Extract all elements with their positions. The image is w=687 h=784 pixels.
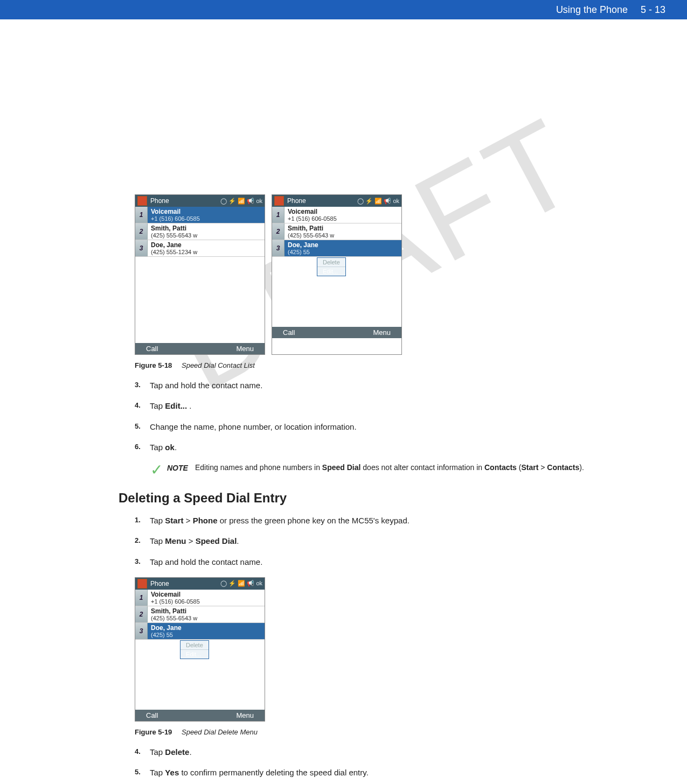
steps-delete-post: 4.Tap Delete.5.Tap Yes to confirm perman… bbox=[135, 747, 622, 779]
speed-dial-row[interactable]: 2Smith, Patti(425) 555-6543 w bbox=[135, 223, 265, 240]
step-item: 6.Tap ok. bbox=[135, 442, 622, 453]
contact-name: Doe, Jane bbox=[151, 624, 261, 632]
app-title: Phone bbox=[150, 197, 169, 205]
speed-dial-row[interactable]: 1Voicemail+1 (516) 606-0585 bbox=[135, 590, 265, 606]
phone-softkeys: Call Menu bbox=[135, 710, 265, 721]
contact-number: (425) 55 bbox=[288, 249, 398, 255]
note-text: Editing names and phone numbers in Speed… bbox=[195, 463, 584, 473]
step-number: 4. bbox=[135, 401, 150, 411]
contact-number: (425) 55 bbox=[151, 632, 261, 638]
page-number: 5 - 13 bbox=[641, 4, 665, 16]
speed-dial-body: Doe, Jane(425) 55 bbox=[148, 623, 265, 639]
phone-titlebar: Phone ◯ ⚡ 📶 📢 ok bbox=[135, 578, 265, 590]
step-item: 2.Tap Menu > Speed Dial. bbox=[135, 536, 622, 547]
speed-dial-row[interactable]: 3Doe, Jane(425) 55DeleteEdit... bbox=[135, 623, 265, 640]
speed-dial-body: Smith, Patti(425) 555-6543 w bbox=[148, 223, 265, 240]
step-item: 3.Tap and hold the contact name. bbox=[135, 557, 622, 568]
speed-dial-row[interactable]: 3Doe, Jane(425) 555-1234 w bbox=[135, 240, 265, 257]
chapter-title: Using the Phone bbox=[556, 4, 628, 16]
step-text: Tap ok. bbox=[150, 442, 622, 453]
contact-name: Doe, Jane bbox=[151, 241, 261, 249]
phone-titlebar: Phone ◯ ⚡ 📶 📢 ok bbox=[272, 195, 401, 207]
speed-dial-row[interactable]: 3Doe, Jane(425) 55DeleteEdit... bbox=[272, 240, 401, 257]
contact-number: +1 (516) 606-0585 bbox=[151, 598, 261, 605]
figure-desc: Speed Dial Delete Menu bbox=[182, 728, 258, 736]
step-item: 5.Change the name, phone number, or loca… bbox=[135, 422, 622, 432]
speed-dial-body: Voicemail+1 (516) 606-0585 bbox=[284, 207, 401, 223]
phone-softkeys: Call Menu bbox=[135, 343, 265, 354]
check-icon: ✓ bbox=[145, 463, 167, 478]
context-delete[interactable]: Delete bbox=[317, 258, 345, 267]
speed-dial-index: 2 bbox=[272, 223, 284, 240]
phone-screenshot-delete: Phone ◯ ⚡ 📶 📢 ok 1Voicemail+1 (516) 606-… bbox=[135, 577, 265, 722]
contact-number: (425) 555-6543 w bbox=[151, 615, 261, 621]
context-menu[interactable]: DeleteEdit... bbox=[317, 257, 346, 276]
contact-number: (425) 555-6543 w bbox=[288, 232, 398, 239]
speed-dial-index: 3 bbox=[135, 623, 148, 639]
start-flag-icon bbox=[274, 196, 284, 206]
softkey-call[interactable]: Call bbox=[146, 711, 158, 719]
step-number: 3. bbox=[135, 380, 150, 391]
softkey-menu[interactable]: Menu bbox=[373, 328, 391, 337]
figure-label: Figure 5-18 bbox=[135, 361, 172, 369]
phone-screenshot-left: Phone ◯ ⚡ 📶 📢 ok 1Voicemail+1 (516) 606-… bbox=[135, 194, 265, 355]
step-number: 3. bbox=[135, 557, 150, 568]
page-header: Using the Phone 5 - 13 bbox=[0, 0, 687, 19]
context-edit[interactable]: Edit... bbox=[181, 650, 209, 659]
step-text: Tap Edit... . bbox=[150, 401, 622, 411]
figure-5-19-caption: Figure 5-19 Speed Dial Delete Menu bbox=[135, 728, 622, 736]
step-text: Tap Delete. bbox=[150, 747, 622, 758]
speed-dial-body: Voicemail+1 (516) 606-0585 bbox=[148, 207, 265, 223]
status-icons: ◯ ⚡ 📶 📢 ok bbox=[220, 580, 262, 587]
speed-dial-body: Doe, Jane(425) 55 bbox=[284, 240, 401, 256]
softkey-menu[interactable]: Menu bbox=[236, 345, 254, 353]
phone-softkeys: Call Menu bbox=[272, 327, 401, 338]
contact-name: Voicemail bbox=[288, 208, 398, 215]
speed-dial-body: Smith, Patti(425) 555-6543 w bbox=[148, 606, 265, 622]
step-item: 1.Tap Start > Phone or press the green p… bbox=[135, 515, 622, 526]
contact-name: Voicemail bbox=[151, 591, 261, 598]
figure-desc: Speed Dial Contact List bbox=[182, 361, 255, 369]
speed-dial-row[interactable]: 1Voicemail+1 (516) 606-0585 bbox=[135, 207, 265, 223]
step-item: 5.Tap Yes to confirm permanently deletin… bbox=[135, 767, 622, 778]
figure-label: Figure 5-19 bbox=[135, 728, 172, 736]
phone-titlebar: Phone ◯ ⚡ 📶 📢 ok bbox=[135, 195, 265, 207]
softkey-menu[interactable]: Menu bbox=[236, 711, 254, 719]
context-delete[interactable]: Delete bbox=[181, 641, 209, 650]
speed-dial-body: Smith, Patti(425) 555-6543 w bbox=[284, 223, 401, 240]
phone-screenshot-right: Phone ◯ ⚡ 📶 📢 ok 1Voicemail+1 (516) 606-… bbox=[272, 194, 402, 355]
speed-dial-index: 1 bbox=[135, 590, 148, 606]
subsection-heading: Deleting a Speed Dial Entry bbox=[119, 491, 622, 506]
contact-name: Smith, Patti bbox=[288, 225, 398, 232]
speed-dial-body: Doe, Jane(425) 555-1234 w bbox=[148, 240, 265, 256]
step-item: 4.Tap Edit... . bbox=[135, 401, 622, 411]
softkey-call[interactable]: Call bbox=[283, 328, 295, 337]
speed-dial-body: Voicemail+1 (516) 606-0585 bbox=[148, 590, 265, 606]
speed-dial-row[interactable]: 1Voicemail+1 (516) 606-0585 bbox=[272, 207, 401, 223]
steps-delete-pre: 1.Tap Start > Phone or press the green p… bbox=[135, 515, 622, 568]
speed-dial-index: 3 bbox=[272, 240, 284, 256]
figure-5-19-image: Phone ◯ ⚡ 📶 📢 ok 1Voicemail+1 (516) 606-… bbox=[135, 577, 622, 722]
figure-5-18-caption: Figure 5-18 Speed Dial Contact List bbox=[135, 361, 622, 369]
app-title: Phone bbox=[287, 197, 306, 205]
contact-number: (425) 555-6543 w bbox=[151, 232, 261, 239]
context-menu[interactable]: DeleteEdit... bbox=[180, 640, 209, 659]
step-number: 5. bbox=[135, 422, 150, 432]
step-text: Tap Yes to confirm permanently deleting … bbox=[150, 767, 622, 778]
contact-number: (425) 555-1234 w bbox=[151, 249, 261, 255]
contact-number: +1 (516) 606-0585 bbox=[151, 215, 261, 222]
contact-name: Smith, Patti bbox=[151, 607, 261, 615]
contact-name: Smith, Patti bbox=[151, 225, 261, 232]
speed-dial-index: 1 bbox=[135, 207, 148, 223]
speed-dial-row[interactable]: 2Smith, Patti(425) 555-6543 w bbox=[135, 606, 265, 623]
context-edit[interactable]: Edit... bbox=[317, 267, 345, 276]
note-label: NOTE bbox=[167, 463, 195, 472]
start-flag-icon bbox=[137, 579, 147, 589]
contact-number: +1 (516) 606-0585 bbox=[288, 215, 398, 222]
speed-dial-row[interactable]: 2Smith, Patti(425) 555-6543 w bbox=[272, 223, 401, 240]
step-text: Tap and hold the contact name. bbox=[150, 557, 622, 568]
step-item: 3.Tap and hold the contact name. bbox=[135, 380, 622, 391]
contact-name: Voicemail bbox=[151, 208, 261, 215]
softkey-call[interactable]: Call bbox=[146, 345, 158, 353]
step-number: 1. bbox=[135, 515, 150, 526]
